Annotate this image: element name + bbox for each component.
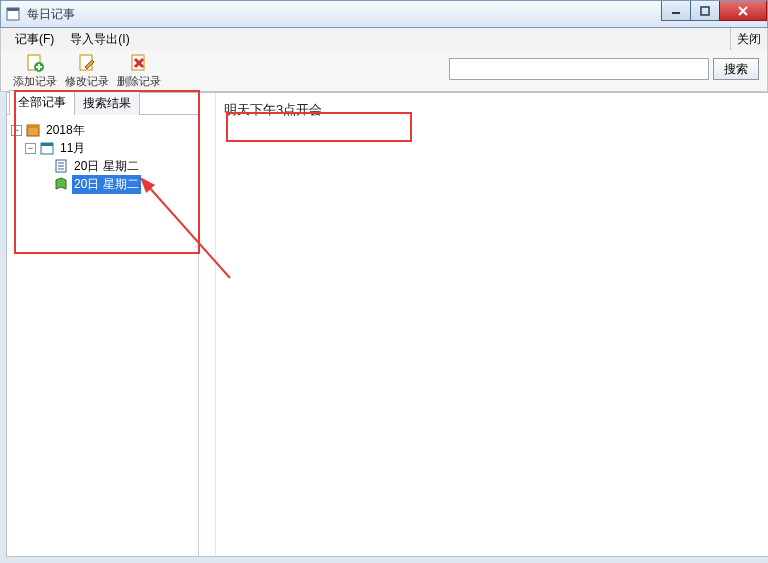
client-area: 全部记事 搜索结果 − 2018年 − 11月 [6,92,768,557]
tree-year-row[interactable]: − 2018年 [11,121,194,139]
menu-file[interactable]: 记事(F) [7,29,62,50]
titlebar: 每日记事 [0,0,768,28]
search-input[interactable] [449,58,709,80]
menu-close-label: 关闭 [737,31,761,48]
tree-month-row[interactable]: − 11月 [11,139,194,157]
tree-month-label: 11月 [58,139,87,158]
delete-record-label: 删除记录 [117,74,161,89]
edit-record-button[interactable]: 修改记录 [61,52,113,90]
menu-import-export[interactable]: 导入导出(I) [62,29,137,50]
window-buttons [662,1,767,21]
svg-rect-1 [7,8,19,11]
calendar-month-icon [39,140,55,156]
calendar-icon [25,122,41,138]
entry-tree[interactable]: − 2018年 − 11月 20日 星期 [7,115,198,556]
tree-year-label: 2018年 [44,121,87,140]
tree-entry-label: 20日 星期二 [72,157,141,176]
page-icon [53,158,69,174]
tab-all-entries[interactable]: 全部记事 [9,90,75,115]
tree-entry-row[interactable]: 20日 星期二 [11,175,194,193]
search-area: 搜索 [449,58,759,80]
add-record-label: 添加记录 [13,74,57,89]
left-pane: 全部记事 搜索结果 − 2018年 − 11月 [7,93,199,556]
svg-rect-17 [41,143,53,146]
menubar: 记事(F) 导入导出(I) 关闭 [0,28,768,50]
search-button[interactable]: 搜索 [713,58,759,80]
maximize-button[interactable] [690,1,720,21]
delete-icon [129,53,149,73]
entry-body-text: 明天下午3点开会 [224,101,760,119]
edit-record-label: 修改记录 [65,74,109,89]
window-title: 每日记事 [27,6,75,23]
delete-record-button[interactable]: 删除记录 [113,52,165,90]
toolbar: 添加记录 修改记录 删除记录 搜索 [0,50,768,92]
tree-entry-row[interactable]: 20日 星期二 [11,157,194,175]
add-record-button[interactable]: 添加记录 [9,52,61,90]
tab-search-results[interactable]: 搜索结果 [74,91,140,115]
close-button[interactable] [719,1,767,21]
minimize-button[interactable] [661,1,691,21]
add-icon [25,53,45,73]
tree-toggle-month[interactable]: − [25,143,36,154]
edit-icon [77,53,97,73]
svg-rect-15 [27,125,39,128]
tab-strip: 全部记事 搜索结果 [7,93,198,115]
svg-rect-3 [701,7,709,15]
menu-close[interactable]: 关闭 [730,28,767,50]
book-icon [53,176,69,192]
app-icon [5,6,21,22]
tree-entry-label-selected: 20日 星期二 [72,175,141,194]
content-pane[interactable]: 明天下午3点开会 [215,93,768,556]
tree-toggle-year[interactable]: − [11,125,22,136]
